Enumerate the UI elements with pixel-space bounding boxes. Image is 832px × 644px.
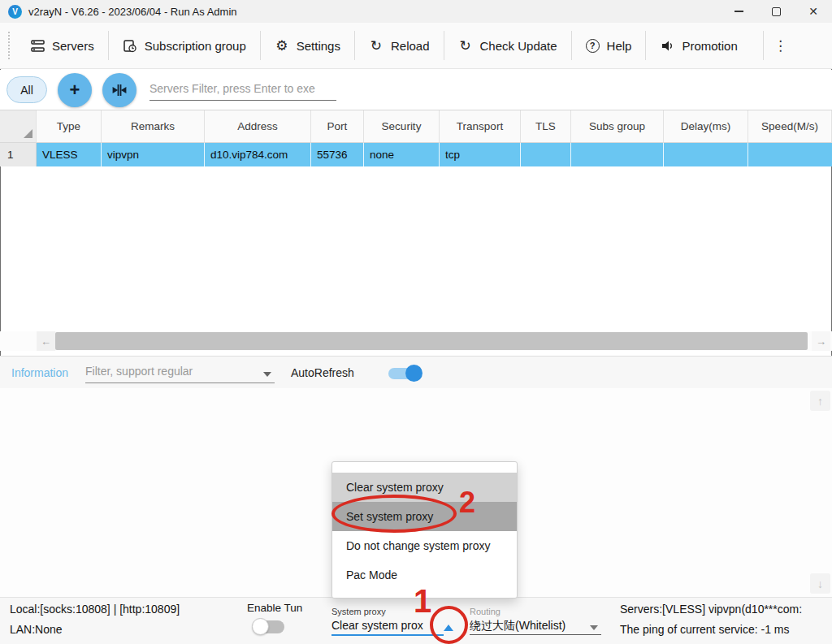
column-adjust-button[interactable] bbox=[102, 73, 136, 107]
information-filter-combobox[interactable] bbox=[85, 361, 275, 383]
row-delay-cell[interactable] bbox=[664, 143, 748, 166]
select-all-corner-cell[interactable] bbox=[0, 110, 37, 143]
minimize-button[interactable] bbox=[720, 0, 757, 23]
column-header-security[interactable]: Security bbox=[364, 110, 440, 143]
close-button[interactable]: ✕ bbox=[795, 0, 832, 23]
servers-filter-input[interactable] bbox=[150, 79, 336, 101]
toggle-knob bbox=[252, 618, 269, 635]
server-table: Type Remarks Address Port Security Trans… bbox=[0, 110, 832, 166]
row-speed-cell[interactable] bbox=[748, 143, 832, 166]
column-header-subs-group[interactable]: Subs group bbox=[571, 110, 664, 143]
column-header-transport[interactable]: Transport bbox=[440, 110, 521, 143]
table-header-row: Type Remarks Address Port Security Trans… bbox=[0, 110, 832, 143]
check-update-label: Check Update bbox=[480, 39, 557, 53]
column-header-speed[interactable]: Speed(M/s) bbox=[748, 110, 832, 143]
chevron-down-icon bbox=[263, 372, 271, 377]
select-all-triangle-icon bbox=[24, 129, 32, 138]
subscription-group-label: Subscription group bbox=[145, 39, 246, 53]
routing-combobox[interactable]: 绕过大陆(Whitelist) bbox=[470, 619, 566, 633]
ping-status: The ping of current service: -1 ms bbox=[620, 623, 790, 636]
row-tls-cell[interactable] bbox=[521, 143, 571, 166]
tab-information[interactable]: Information bbox=[11, 366, 68, 379]
scroll-down-icon: ↓ bbox=[817, 577, 823, 590]
settings-menu-button[interactable]: ⚙ Settings bbox=[261, 29, 354, 62]
reload-button[interactable]: ↻ Reload bbox=[355, 29, 444, 62]
servers-label: Servers bbox=[52, 39, 94, 53]
window-controls: ✕ bbox=[720, 0, 832, 23]
menu-item-do-not-change-system-proxy[interactable]: Do not change system proxy bbox=[332, 531, 517, 560]
toggle-knob bbox=[405, 365, 422, 382]
main-toolbar: Servers Subscription group ⚙ Settings ↻ … bbox=[0, 23, 832, 69]
servers-menu-button[interactable]: Servers bbox=[16, 29, 108, 62]
scroll-right-icon: → bbox=[816, 335, 826, 348]
column-header-port[interactable]: Port bbox=[311, 110, 364, 143]
reload-label: Reload bbox=[391, 39, 430, 53]
app-logo-icon: V bbox=[8, 5, 22, 19]
row-security-cell[interactable]: none bbox=[364, 143, 440, 166]
window-title: v2rayN - V6.26 - 2023/06/04 - Run As Adm… bbox=[28, 6, 237, 18]
scroll-up-button[interactable]: ↑ bbox=[810, 391, 830, 411]
help-menu-button[interactable]: ? Help bbox=[572, 29, 646, 62]
horizontal-scrollbar: ← → bbox=[0, 331, 832, 351]
local-ports-status: Local:[socks:10808] | [http:10809] bbox=[10, 603, 180, 616]
column-adjust-icon bbox=[112, 83, 127, 97]
row-port-cell[interactable]: 55736 bbox=[311, 143, 364, 166]
column-header-type[interactable]: Type bbox=[37, 110, 102, 143]
information-bar: Information AutoRefresh bbox=[0, 356, 832, 388]
annotation-ellipse-step-2 bbox=[332, 495, 457, 533]
chevron-down-icon[interactable] bbox=[590, 625, 598, 630]
promotion-button[interactable]: Promotion bbox=[646, 29, 751, 62]
promotion-label: Promotion bbox=[682, 39, 737, 53]
check-update-button[interactable]: ↻ Check Update bbox=[444, 29, 571, 62]
row-address-cell[interactable]: d10.vip784.com bbox=[205, 143, 311, 166]
app-window: V v2rayN - V6.26 - 2023/06/04 - Run As A… bbox=[0, 0, 832, 644]
row-index-cell[interactable]: 1 bbox=[0, 143, 37, 166]
row-remarks-cell[interactable]: vipvpn bbox=[102, 143, 205, 166]
toolbar-separator bbox=[763, 31, 764, 60]
reload-icon: ↻ bbox=[369, 38, 384, 53]
column-header-delay[interactable]: Delay(ms) bbox=[664, 110, 748, 143]
scroll-up-icon: ↑ bbox=[817, 395, 823, 408]
maximize-icon bbox=[772, 7, 781, 16]
column-header-tls[interactable]: TLS bbox=[521, 110, 571, 143]
help-label: Help bbox=[607, 39, 632, 53]
lan-status: LAN:None bbox=[10, 623, 63, 636]
annotation-circle-step-1 bbox=[430, 606, 468, 644]
system-proxy-underline bbox=[332, 634, 444, 636]
minimize-icon bbox=[734, 11, 743, 12]
scroll-down-button[interactable]: ↓ bbox=[810, 573, 830, 594]
enable-tun-toggle[interactable] bbox=[252, 618, 286, 635]
enable-tun-label: Enable Tun bbox=[247, 602, 302, 614]
add-server-button[interactable]: + bbox=[58, 73, 92, 107]
scroll-left-button[interactable]: ← bbox=[37, 331, 55, 351]
row-subs-group-cell[interactable] bbox=[571, 143, 664, 166]
scroll-right-button[interactable]: → bbox=[812, 331, 830, 351]
annotation-step-1: 1 bbox=[414, 585, 431, 617]
toolbar-gripper[interactable] bbox=[8, 32, 11, 59]
scroll-left-icon: ← bbox=[41, 335, 51, 348]
settings-label: Settings bbox=[297, 39, 340, 53]
gear-icon: ⚙ bbox=[275, 38, 289, 53]
check-update-icon: ↻ bbox=[458, 38, 473, 53]
horizontal-scrollbar-thumb[interactable] bbox=[55, 332, 808, 350]
system-proxy-label: System proxy bbox=[332, 607, 386, 616]
row-type-cell[interactable]: VLESS bbox=[37, 143, 102, 166]
annotation-step-2: 2 bbox=[459, 488, 475, 517]
current-server-status: Servers:[VLESS] vipvpn(d10***com: bbox=[620, 603, 802, 616]
system-proxy-combobox[interactable]: Clear system prox bbox=[332, 619, 423, 632]
information-filter-input[interactable] bbox=[85, 361, 275, 383]
column-header-address[interactable]: Address bbox=[205, 110, 311, 143]
row-transport-cell[interactable]: tcp bbox=[440, 143, 521, 166]
help-icon: ? bbox=[586, 39, 600, 53]
speaker-icon bbox=[660, 38, 674, 53]
autorefresh-toggle[interactable] bbox=[388, 365, 424, 382]
maximize-button[interactable] bbox=[757, 0, 795, 23]
column-header-remarks[interactable]: Remarks bbox=[102, 110, 205, 143]
table-row[interactable]: 1 VLESS vipvpn d10.vip784.com 55736 none… bbox=[0, 143, 832, 166]
subs-group-all-button[interactable]: All bbox=[6, 76, 47, 103]
subscription-group-icon bbox=[123, 38, 137, 53]
more-options-button[interactable]: ⋮ bbox=[765, 34, 795, 58]
routing-underline bbox=[470, 634, 601, 635]
subscription-group-menu-button[interactable]: Subscription group bbox=[109, 29, 260, 62]
servers-icon bbox=[30, 38, 45, 53]
